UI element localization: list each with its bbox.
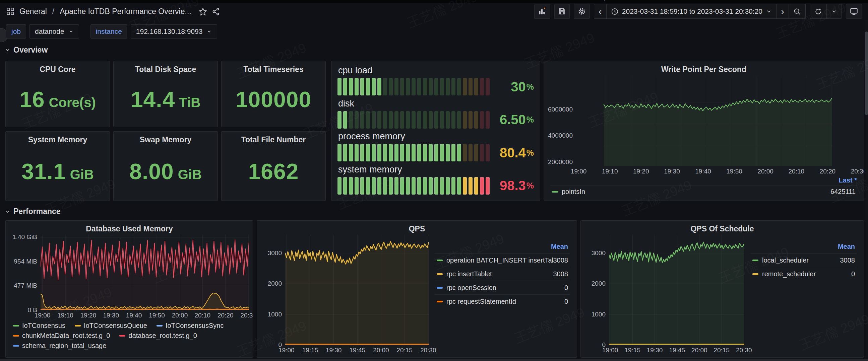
panel-title[interactable]: Swap Memory: [118, 134, 214, 146]
apps-grid-icon[interactable]: [6, 7, 15, 16]
gauge-segment: [360, 177, 364, 195]
refresh-interval-dropdown[interactable]: [827, 4, 841, 19]
time-range-forward-button[interactable]: ›: [776, 4, 788, 19]
share-icon[interactable]: [212, 7, 220, 16]
legend-item[interactable]: operation BATCH_INSERT insertTablet3008: [435, 253, 570, 267]
time-range-back-button[interactable]: ‹: [594, 4, 606, 19]
x-axis-tick: 20:30: [851, 168, 864, 175]
legend-item[interactable]: rpc insertTablet3008: [435, 267, 570, 281]
gauge-segment: [440, 111, 444, 129]
gauge-segment: [468, 144, 472, 161]
legend-item[interactable]: rpc openSession0: [435, 281, 570, 294]
legend-item[interactable]: pointsIn6425111: [550, 186, 858, 197]
gauge-unit: %: [527, 115, 534, 125]
chevron-down-icon: [68, 29, 74, 34]
gauge-segment: [463, 78, 467, 95]
legend-item[interactable]: chunkMetaData_root.test.g_0: [13, 332, 110, 339]
legend-item[interactable]: database_root.test.g_0: [119, 332, 197, 339]
legend-item[interactable]: local_scheduler3008: [750, 253, 857, 267]
legend-item[interactable]: schema_region_total_usage: [13, 342, 106, 350]
gauge-segment: [406, 78, 410, 95]
chart-plot[interactable]: [40, 235, 249, 310]
legend-item[interactable]: IoTConsensusQueue: [75, 322, 147, 330]
gauge-segment: [377, 111, 381, 129]
gauge-segment: [457, 78, 461, 95]
panel-title[interactable]: Total File Number: [225, 134, 321, 146]
gauge-segment: [434, 177, 438, 195]
panel-title[interactable]: Database Used Memory: [10, 223, 249, 235]
panel-title[interactable]: Total Disk Space: [118, 64, 214, 75]
chart-plot[interactable]: [576, 75, 860, 166]
panel-title[interactable]: Total Timeseries: [225, 64, 321, 75]
add-panel-button[interactable]: [534, 4, 550, 19]
x-axis-tick: 19:50: [726, 168, 742, 175]
panel-title[interactable]: CPU Core: [10, 64, 105, 75]
legend-swatch: [13, 325, 19, 327]
gauge-segment: [429, 111, 433, 129]
section-title: Performance: [13, 207, 61, 216]
variable-job-value[interactable]: datanode: [30, 25, 79, 38]
x-axis-tick: 20:15: [397, 347, 412, 354]
gauge-segment: [452, 144, 456, 161]
panel-title[interactable]: System Memory: [10, 134, 105, 146]
legend-item[interactable]: IoTConsensus: [13, 322, 65, 330]
page-title[interactable]: Apache IoTDB Performance Overvie...: [60, 7, 191, 16]
gauge-segment: [423, 177, 427, 195]
save-dashboard-button[interactable]: [554, 4, 570, 19]
panel-database-used-memory: Database Used Memory 0 B477 MiB954 MiB1.…: [5, 220, 253, 358]
x-axis-tick: 20:10: [788, 168, 805, 175]
cycle-view-mode-button[interactable]: [846, 4, 862, 19]
chevron-down-icon: [5, 47, 10, 53]
legend-item[interactable]: IoTConsensusSync: [156, 322, 223, 330]
legend-item[interactable]: rpc requestStatementId0: [435, 294, 570, 308]
breadcrumb-root[interactable]: General: [20, 7, 47, 16]
zoom-out-time-button[interactable]: [788, 4, 805, 19]
gauge-segment: [349, 111, 353, 129]
legend-swatch: [552, 191, 558, 193]
panel-title[interactable]: QPS Of Schedule: [585, 223, 860, 235]
chart-plot[interactable]: [609, 235, 744, 345]
panel-qps-of-schedule: QPS Of Schedule 0100020003000 19:0019:15…: [581, 220, 864, 358]
section-overview[interactable]: Overview: [5, 45, 48, 55]
legend-item[interactable]: remote_scheduler0: [750, 267, 857, 281]
legend-series-value: 3008: [553, 270, 568, 278]
gauge-segment: [486, 111, 490, 129]
legend-header[interactable]: Mean: [435, 243, 570, 253]
panel-title[interactable]: QPS: [261, 223, 573, 235]
panel-total-file-number: Total File Number 1662: [221, 131, 326, 201]
gauge-segment: [429, 144, 433, 161]
legend-series-name: rpc insertTablet: [443, 270, 553, 278]
scrollbar-thumb[interactable]: [865, 31, 868, 115]
vertical-scrollbar[interactable]: [865, 20, 868, 359]
gauge-segment: [468, 111, 472, 129]
chevron-down-icon: [207, 29, 212, 34]
gauge-segment: [400, 177, 404, 195]
dashboard-settings-button[interactable]: [574, 4, 590, 19]
gauge-segment: [406, 177, 410, 195]
legend-series-value: 3008: [553, 257, 568, 264]
dashboard-header: General / Apache IoTDB Performance Overv…: [0, 3, 868, 20]
chart-plot[interactable]: [285, 235, 429, 345]
gauge-segment: [474, 144, 478, 161]
gauge-rows: cpu load 30% disk 6.50% process memory 8…: [336, 64, 536, 197]
variable-instance-value[interactable]: 192.168.130.18:9093: [131, 25, 217, 38]
chevron-down-icon: [5, 209, 10, 214]
y-axis: 0100020003000: [585, 235, 609, 345]
legend-header[interactable]: Mean: [750, 243, 857, 253]
refresh-button[interactable]: [810, 4, 827, 19]
time-range-picker[interactable]: 2023-03-31 18:59:10 to 2023-03-31 20:30:…: [606, 4, 776, 19]
panel-title[interactable]: Write Point Per Second: [548, 64, 860, 75]
horizontal-scrollbar[interactable]: [0, 359, 868, 361]
variable-job-selected: datanode: [35, 28, 64, 35]
legend-header[interactable]: Last *: [550, 175, 858, 186]
star-icon[interactable]: [199, 7, 207, 16]
gauge-segment: [463, 111, 467, 129]
gauge-segment: [411, 111, 415, 129]
gauge-segment: [372, 144, 376, 161]
gauge-segment: [389, 111, 393, 129]
gauge-segment: [372, 111, 376, 129]
x-axis-tick: 20:10: [195, 312, 211, 319]
panel-write-point-per-second: Write Point Per Second 20000004000000600…: [544, 61, 864, 201]
section-performance[interactable]: Performance: [5, 206, 61, 216]
gauge-segment: [360, 111, 364, 129]
